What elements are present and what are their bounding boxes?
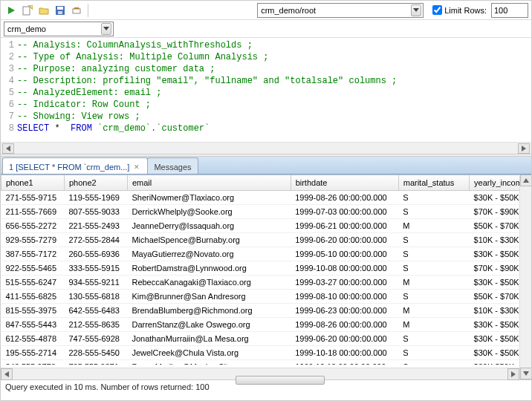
scroll-left-icon[interactable] <box>2 143 14 154</box>
svg-marker-8 <box>103 27 109 30</box>
line-number: 6 <box>4 99 14 111</box>
schema-combo-text: crm_demo <box>7 25 100 33</box>
table-row[interactable]: 195-555-2714228-555-5450JewelCreek@Chula… <box>1 346 531 360</box>
open-icon[interactable] <box>36 3 51 18</box>
table-cell: M <box>398 318 469 332</box>
table-cell: 612-555-4878 <box>1 332 65 346</box>
table-cell: 807-555-9033 <box>64 205 127 219</box>
table-cell: S <box>398 346 469 360</box>
table-cell: JonathanMurraiin@La Mesa.org <box>127 332 291 346</box>
table-cell: 211-555-7669 <box>1 205 65 219</box>
table-cell: 1999-08-10 00:00:00.000 <box>291 290 398 304</box>
run-icon[interactable] <box>4 3 19 18</box>
table-cell: JeanneDerry@Issaquah.org <box>127 219 291 233</box>
sql-comment: -- Purpose: analyzing customer data ; <box>17 63 215 75</box>
table-row[interactable]: 211-555-7669807-555-9033DerrickWhelply@S… <box>1 205 531 219</box>
table-cell: 929-555-7279 <box>1 233 65 247</box>
table-cell: S <box>398 233 469 247</box>
table-cell: 195-555-2714 <box>1 346 65 360</box>
line-number: 5 <box>4 87 14 99</box>
svg-rect-5 <box>58 11 62 14</box>
chevron-down-icon[interactable] <box>411 4 421 16</box>
scroll-down-icon[interactable] <box>520 368 532 379</box>
grid-hscrollbar[interactable] <box>1 368 519 379</box>
table-row[interactable]: 847-555-5443212-555-8635DarrenStanz@Lake… <box>1 318 531 332</box>
table-cell: 260-555-6936 <box>64 247 127 261</box>
table-cell: 271-555-9715 <box>1 191 65 205</box>
table-cell: 387-555-7172 <box>1 247 65 261</box>
clear-icon[interactable] <box>69 3 84 18</box>
scroll-up-icon[interactable] <box>520 175 532 186</box>
table-row[interactable]: 929-555-7279272-555-2844MichaelSpence@Bu… <box>1 233 531 247</box>
table-cell: SheriNowmer@Tlaxiaco.org <box>127 191 291 205</box>
table-row[interactable]: 271-555-9715119-555-1969SheriNowmer@Tlax… <box>1 191 531 205</box>
sql-comment: -- Indicator: Row Count ; <box>17 99 151 111</box>
limit-rows-checkbox[interactable]: Limit Rows: <box>432 5 487 15</box>
svg-marker-14 <box>511 371 516 377</box>
column-header[interactable]: birthdate <box>291 175 398 191</box>
table-cell: 1999-06-23 00:00:00.000 <box>291 304 398 318</box>
column-header[interactable]: phone1 <box>1 175 65 191</box>
save-icon[interactable] <box>53 3 68 18</box>
tab-result[interactable]: 1 [SELECT * FROM `crm_dem...] ✕ <box>2 157 148 174</box>
sql-comment: -- Showing: View rows ; <box>17 111 140 123</box>
table-cell: 130-555-6818 <box>64 290 127 304</box>
table-row[interactable]: 612-555-4878747-555-6928JonathanMurraiin… <box>1 332 531 346</box>
table-cell: MichaelSpence@Burnaby.org <box>127 233 291 247</box>
table-cell: 847-555-5443 <box>1 318 65 332</box>
close-icon[interactable]: ✕ <box>132 163 141 171</box>
table-cell: 642-555-6483 <box>64 304 127 318</box>
line-number: 4 <box>4 75 14 87</box>
table-row[interactable]: 387-555-7172260-555-6936MayaGutierrez@No… <box>1 247 531 261</box>
table-cell: 922-555-5465 <box>1 261 65 276</box>
limit-rows-input[interactable] <box>491 3 528 18</box>
table-cell: M <box>398 219 469 233</box>
table-cell: Kim@Brunner@San Andresorg <box>127 290 291 304</box>
scroll-right-icon[interactable] <box>507 368 519 380</box>
scroll-right-icon[interactable] <box>518 143 530 154</box>
table-cell: 1999-10-18 00:00:00.000 <box>291 346 398 360</box>
tab-messages[interactable]: Messages <box>147 157 198 174</box>
svg-rect-1 <box>23 7 30 15</box>
table-row[interactable]: 515-555-6247934-555-9211RebeccaKanagaki@… <box>1 276 531 290</box>
column-header[interactable]: phone2 <box>64 175 127 191</box>
schema-combo[interactable]: crm_demo <box>4 22 114 36</box>
table-cell: M <box>398 304 469 318</box>
table-cell: S <box>398 360 469 365</box>
scroll-left-icon[interactable] <box>1 368 13 380</box>
table-cell: RebeccaKanagaki@Tlaxiaco.org <box>127 276 291 290</box>
result-grid-scroll[interactable]: phone1phone2emailbirthdatemarital_status… <box>1 175 531 365</box>
chevron-down-icon[interactable] <box>101 23 111 35</box>
table-cell: 515-555-6247 <box>1 276 65 290</box>
table-cell: 228-555-5450 <box>64 346 127 360</box>
table-cell: 1999-07-03 00:00:00.000 <box>291 205 398 219</box>
table-row[interactable]: 656-555-2272221-555-2493JeanneDerry@Issa… <box>1 219 531 233</box>
table-cell: PeggyMedine@Mexico City org <box>127 360 291 365</box>
table-cell: BrendaBlumberg@Richmond.org <box>127 304 291 318</box>
table-cell: S <box>398 191 469 205</box>
tab-messages-label: Messages <box>154 163 191 172</box>
table-cell: MayaGutierrez@Novato.org <box>127 247 291 261</box>
sql-editor[interactable]: 1-- Analysis: ColumnAnalysis_withThresho… <box>1 38 531 142</box>
grid-vscrollbar[interactable] <box>519 175 531 379</box>
limit-rows-check[interactable] <box>432 5 442 15</box>
table-row[interactable]: 815-555-3975642-555-6483BrendaBlumberg@R… <box>1 304 531 318</box>
table-cell: 656-555-2272 <box>1 219 65 233</box>
connection-combo[interactable]: crm_demo/root <box>257 3 424 18</box>
scrollbar-thumb[interactable] <box>236 376 325 385</box>
line-number: 2 <box>4 51 14 63</box>
table-cell: 815-555-3975 <box>1 304 65 318</box>
column-header[interactable]: marital_status <box>398 175 469 191</box>
table-cell: 1999 10 12 00:00:00 000 <box>291 360 398 365</box>
svg-marker-7 <box>413 8 419 12</box>
table-cell: 411-555-6825 <box>1 290 65 304</box>
table-cell: 272-555-2844 <box>64 233 127 247</box>
table-row[interactable]: 343 555 0778785 555 3371PeggyMedine@Mexi… <box>1 360 531 365</box>
table-row[interactable]: 411-555-6825130-555-6818Kim@Brunner@San … <box>1 290 531 304</box>
editor-hscrollbar[interactable] <box>1 142 531 154</box>
column-header[interactable]: email <box>127 175 291 191</box>
table-cell: 119-555-1969 <box>64 191 127 205</box>
new-sql-icon[interactable] <box>20 3 35 18</box>
table-row[interactable]: 922-555-5465333-555-5915RobertDamstra@Ly… <box>1 261 531 276</box>
table-cell: 221-555-2493 <box>64 219 127 233</box>
